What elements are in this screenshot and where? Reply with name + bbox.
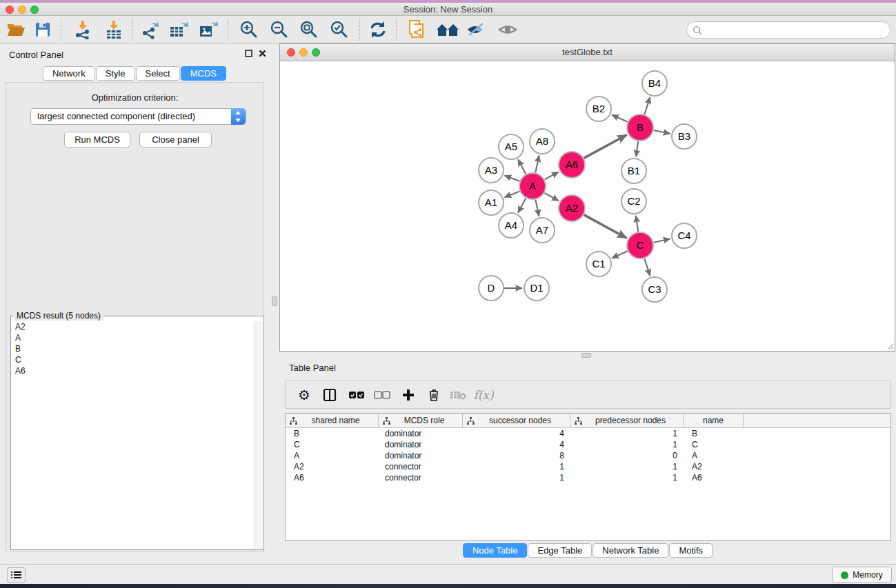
graph-node-A4[interactable]: A4	[499, 213, 524, 238]
table-cell[interactable]: A	[684, 450, 744, 461]
tab-edge-table[interactable]: Edge Table	[528, 543, 592, 558]
mcds-result-item[interactable]: A	[12, 332, 255, 343]
delete-column-trash-icon[interactable]	[424, 385, 444, 405]
graph-node-A5[interactable]: A5	[499, 134, 524, 159]
table-cell[interactable]: A2	[684, 461, 744, 472]
table-settings-gear-icon[interactable]: ⚙	[294, 385, 315, 405]
tab-style[interactable]: Style	[96, 66, 135, 81]
graph-edge-A2-C[interactable]	[584, 215, 627, 239]
search-box[interactable]	[686, 21, 890, 39]
graph-edge-A-A6[interactable]	[545, 172, 559, 180]
task-history-button[interactable]	[7, 567, 26, 582]
network-window-titlebar[interactable]: testGlobe.txt	[280, 44, 895, 61]
graph-node-A7[interactable]: A7	[530, 218, 555, 243]
table-cell[interactable]: 8	[463, 450, 570, 461]
table-cell[interactable]: 4	[463, 428, 570, 439]
tab-node-table[interactable]: Node Table	[463, 543, 528, 558]
deselect-all-columns-icon[interactable]	[372, 385, 392, 405]
zoom-window-button[interactable]	[30, 6, 39, 14]
graph-edge-A-A8[interactable]	[535, 156, 539, 173]
table-cell[interactable]: 0	[570, 450, 684, 461]
mcds-result-list[interactable]: A2ABCA6	[12, 321, 255, 549]
table-cell[interactable]: C	[286, 439, 379, 450]
network-zoom-button[interactable]	[312, 48, 320, 57]
graph-node-B1[interactable]: B1	[621, 159, 646, 183]
clone-network-icon[interactable]	[406, 19, 428, 40]
table-row[interactable]: Adominator80A	[286, 450, 890, 461]
graph-node-A3[interactable]: A3	[479, 158, 504, 183]
table-cell[interactable]: dominator	[379, 450, 463, 461]
graph-node-C1[interactable]: C1	[586, 252, 611, 276]
close-panel-button[interactable]: Close panel	[139, 132, 212, 148]
select-all-columns-icon[interactable]	[346, 385, 367, 405]
column-header-successor-nodes[interactable]: successor nodes	[463, 414, 570, 427]
tab-network-table[interactable]: Network Table	[593, 543, 668, 558]
graph-edge-A6-B[interactable]	[584, 135, 627, 159]
graph-node-A[interactable]: A	[519, 173, 546, 199]
open-file-icon[interactable]	[4, 19, 26, 40]
table-cell[interactable]: A2	[286, 461, 379, 472]
table-cell[interactable]: A	[286, 450, 379, 461]
criterion-dropdown[interactable]: largest connected component (directed)	[30, 108, 246, 125]
split-columns-icon[interactable]	[319, 385, 340, 405]
table-cell[interactable]: 1	[463, 472, 570, 483]
zoom-in-icon[interactable]	[238, 19, 260, 40]
column-header-shared-name[interactable]: shared name	[286, 414, 379, 427]
table-row[interactable]: A2connector11A2	[286, 461, 890, 472]
graph-node-C[interactable]: C	[627, 232, 653, 258]
column-header-MCDS-role[interactable]: MCDS role	[379, 414, 463, 427]
mcds-result-item[interactable]: C	[12, 354, 255, 365]
table-cell[interactable]: dominator	[379, 439, 463, 450]
table-cell[interactable]: B	[684, 428, 744, 439]
graph-edge-A-A3[interactable]	[505, 176, 520, 181]
home-icon[interactable]	[435, 19, 461, 40]
mcds-list-scrollbar[interactable]	[254, 321, 263, 549]
network-graph-canvas[interactable]: B4B2BB3A5A8A6B1A3AA1C2A2A4A7C4CC1C3DD1	[280, 61, 895, 351]
graph-node-C2[interactable]: C2	[621, 189, 646, 214]
table-cell[interactable]: C	[684, 439, 744, 450]
add-column-icon[interactable]	[398, 385, 419, 405]
tab-select[interactable]: Select	[136, 66, 180, 81]
import-table-icon[interactable]	[103, 19, 125, 40]
graph-edge-C-C2[interactable]	[636, 216, 638, 232]
close-panel-icon[interactable]	[259, 50, 266, 57]
table-row[interactable]: Bdominator41B	[286, 428, 890, 439]
table-cell[interactable]: 1	[570, 472, 684, 483]
graph-node-D1[interactable]: D1	[524, 276, 549, 301]
graph-node-C3[interactable]: C3	[642, 277, 667, 302]
refresh-icon[interactable]	[367, 19, 389, 40]
table-cell[interactable]: 4	[463, 439, 570, 450]
table-cell[interactable]: 1	[463, 461, 570, 472]
float-panel-icon[interactable]	[245, 50, 252, 57]
export-network-icon[interactable]	[139, 19, 161, 40]
column-header-name[interactable]: name	[684, 414, 744, 427]
network-close-button[interactable]	[287, 48, 295, 57]
mcds-result-item[interactable]: A2	[12, 321, 255, 332]
graph-edge-C-C1[interactable]	[612, 251, 628, 258]
graph-node-D[interactable]: D	[479, 276, 504, 301]
graph-node-A6[interactable]: A6	[559, 152, 585, 178]
graph-edge-A-A5[interactable]	[518, 159, 526, 174]
graph-node-B2[interactable]: B2	[586, 97, 611, 121]
graph-node-C4[interactable]: C4	[672, 223, 697, 248]
search-input[interactable]	[706, 25, 890, 35]
graph-edge-C-C4[interactable]	[654, 239, 670, 242]
delete-table-icon[interactable]	[448, 385, 468, 405]
graph-edge-B-B4[interactable]	[644, 97, 650, 114]
show-panel-eye-icon[interactable]	[497, 19, 519, 40]
export-table-icon[interactable]	[168, 19, 190, 40]
horizontal-splitter-handle[interactable]	[581, 353, 591, 358]
table-cell[interactable]: B	[286, 428, 379, 439]
graph-edge-B-B2[interactable]	[612, 115, 628, 122]
tab-network[interactable]: Network	[43, 66, 95, 81]
graph-node-A8[interactable]: A8	[530, 129, 555, 154]
graph-node-A2[interactable]: A2	[559, 195, 585, 221]
table-row[interactable]: Cdominator41C	[286, 439, 890, 450]
graph-edge-B-B1[interactable]	[636, 141, 638, 156]
memory-button[interactable]: Memory	[832, 567, 892, 583]
graph-edge-C-C3[interactable]	[644, 258, 650, 276]
minimize-window-button[interactable]	[18, 6, 26, 14]
zoom-selected-icon[interactable]	[328, 19, 350, 40]
graph-node-A1[interactable]: A1	[479, 190, 504, 215]
import-network-icon[interactable]	[72, 19, 94, 40]
